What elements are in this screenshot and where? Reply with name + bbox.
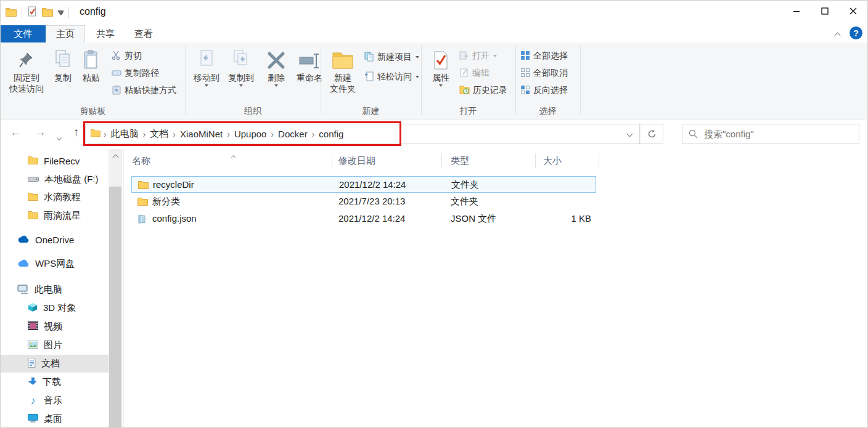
sidebar-item-this-pc[interactable]: 此电脑	[1, 281, 108, 299]
breadcrumb-item-xiaominet[interactable]: XiaoMiNet	[176, 129, 226, 139]
sidebar-item-documents[interactable]: 文档	[1, 355, 108, 373]
new-folder-button[interactable]: 新建 文件夹	[326, 47, 360, 94]
sidebar-item-onedrive[interactable]: OneDrive	[1, 231, 108, 249]
close-button[interactable]	[839, 1, 867, 22]
sidebar-item-label: 图片	[44, 339, 62, 351]
paste-shortcut-button[interactable]: 粘贴快捷方式	[112, 83, 176, 98]
breadcrumb-item-documents[interactable]: 文档	[146, 128, 172, 140]
breadcrumb-item-docker[interactable]: Docker	[274, 129, 311, 139]
json-file-icon	[137, 214, 147, 225]
pin-to-quick-access-button[interactable]: 固定到 快速访问	[6, 47, 47, 94]
breadcrumb-item-this-pc[interactable]: 此电脑	[107, 128, 142, 140]
pin-label-line2: 快速访问	[9, 83, 44, 94]
search-input[interactable]	[704, 129, 840, 139]
sidebar-item-desktop[interactable]: 桌面	[1, 410, 108, 428]
qat-properties-button[interactable]	[27, 6, 37, 20]
sidebar-item-filerecv[interactable]: FileRecv	[1, 152, 108, 170]
sidebar-scrollbar[interactable]	[108, 149, 122, 428]
new-item-button[interactable]: 新建项目	[364, 50, 419, 65]
scrollbar-up-arrow-icon[interactable]	[108, 151, 122, 159]
cut-button[interactable]: 剪切	[112, 49, 142, 63]
sidebar-item-wps-cloud[interactable]: WPS网盘	[1, 255, 108, 273]
refresh-button[interactable]	[640, 124, 663, 144]
sidebar-item-yudi[interactable]: 雨滴流星	[1, 207, 108, 225]
search-box[interactable]	[682, 124, 859, 144]
file-row-recycledir[interactable]: recycleDir 2021/12/2 14:24 文件夹	[131, 176, 596, 193]
sidebar-item-music[interactable]: ♪ 音乐	[1, 392, 108, 410]
column-header-name[interactable]: 名称	[132, 155, 150, 167]
paste-shortcut-label: 粘贴快捷方式	[125, 85, 176, 96]
address-bar[interactable]: › 此电脑 › 文档 › XiaoMiNet › Upupoo › Docker…	[85, 124, 640, 144]
edit-button[interactable]: 编辑	[459, 66, 489, 81]
history-button[interactable]: 历史记录	[459, 83, 507, 98]
column-header-type[interactable]: 类型	[451, 155, 469, 167]
address-dropdown-button[interactable]	[620, 124, 640, 144]
properties-button[interactable]: 属性	[427, 47, 454, 87]
invert-selection-icon	[520, 85, 530, 97]
folder-icon	[138, 180, 149, 191]
pin-label-line1: 固定到	[14, 72, 39, 83]
copy-to-button[interactable]: 复制到	[224, 47, 258, 87]
tab-home[interactable]: 主页	[46, 25, 85, 42]
open-button[interactable]: 打开	[459, 49, 497, 63]
maximize-button[interactable]	[811, 1, 839, 22]
tab-file[interactable]: 文件	[1, 25, 46, 42]
help-button[interactable]: ?	[850, 26, 862, 39]
select-none-button[interactable]: 全部取消	[520, 66, 568, 81]
explorer-window: config 文件 主页 共享 查看 ? 固定到 快速访问	[0, 0, 868, 428]
file-row-config-json[interactable]: config.json 2021/12/2 14:24 JSON 文件 1 KB	[131, 211, 596, 227]
sidebar-item-downloads[interactable]: 下载	[1, 373, 108, 391]
move-to-caret-icon	[205, 84, 208, 87]
navigation-pane: FileRecv 本地磁盘 (F:) 水滴教程 雨滴流星 OneDrive WP…	[1, 149, 108, 428]
delete-button[interactable]: 删除	[262, 47, 290, 87]
qat-new-folder-button[interactable]	[42, 7, 53, 19]
minimize-button[interactable]	[782, 1, 811, 22]
select-none-label: 全部取消	[533, 68, 568, 79]
column-header-date[interactable]: 修改日期	[338, 155, 375, 167]
invert-selection-button[interactable]: 反向选择	[520, 83, 568, 98]
sidebar-item-pictures[interactable]: 图片	[1, 336, 108, 354]
paste-button[interactable]: 粘贴	[78, 47, 104, 83]
file-type: 文件夹	[451, 179, 479, 191]
copy-icon	[54, 47, 72, 70]
up-button[interactable]: ↑	[73, 126, 80, 139]
column-header-size[interactable]: 大小	[543, 155, 562, 167]
tab-share[interactable]: 共享	[88, 25, 123, 42]
breadcrumb-separator: ›	[226, 129, 231, 139]
tab-view[interactable]: 查看	[126, 25, 162, 42]
breadcrumb-item-config[interactable]: config	[315, 129, 347, 139]
file-date: 2021/12/2 14:24	[338, 213, 405, 224]
breadcrumb-item-upupoo[interactable]: Upupoo	[231, 129, 271, 139]
rename-button[interactable]: 重命名	[292, 47, 327, 83]
sidebar-item-label: 桌面	[44, 413, 62, 425]
sidebar-item-shuidi[interactable]: 水滴教程	[1, 188, 108, 206]
sidebar-item-label: 此电脑	[35, 284, 62, 296]
copy-path-button[interactable]: 复制路径	[112, 66, 159, 81]
column-resize-handle[interactable]	[599, 153, 599, 168]
paste-icon	[83, 47, 99, 70]
window-title: config	[80, 6, 106, 17]
qat-customize-dropdown[interactable]	[58, 10, 63, 15]
history-label: 历史记录	[473, 85, 507, 96]
back-button[interactable]: ←	[10, 126, 22, 139]
group-label-new: 新建	[321, 106, 421, 117]
recent-locations-dropdown[interactable]	[57, 129, 61, 143]
sidebar-item-label: 音乐	[44, 395, 62, 406]
move-to-button[interactable]: 移动到	[189, 47, 224, 87]
easy-access-label: 轻松访问	[377, 71, 412, 83]
easy-access-button[interactable]: 轻松访问	[364, 70, 419, 84]
collapse-ribbon-icon[interactable]	[835, 29, 843, 36]
sidebar-item-videos[interactable]: 视频	[1, 318, 108, 336]
copy-to-caret-icon	[239, 84, 243, 87]
column-resize-handle[interactable]	[535, 153, 536, 168]
scrollbar-thumb[interactable]	[109, 187, 121, 428]
forward-button[interactable]: →	[35, 126, 46, 139]
sidebar-item-local-disk-f[interactable]: 本地磁盘 (F:)	[1, 171, 108, 188]
column-resize-handle[interactable]	[441, 153, 442, 168]
column-resize-handle[interactable]	[332, 153, 332, 168]
copy-button[interactable]: 复制	[50, 47, 76, 83]
file-row-xinfenlei[interactable]: 新分类 2021/7/23 20:13 文件夹	[131, 193, 596, 210]
window-controls	[782, 1, 867, 22]
select-all-button[interactable]: 全部选择	[520, 49, 568, 63]
sidebar-item-3d-objects[interactable]: 3D 对象	[1, 299, 108, 317]
